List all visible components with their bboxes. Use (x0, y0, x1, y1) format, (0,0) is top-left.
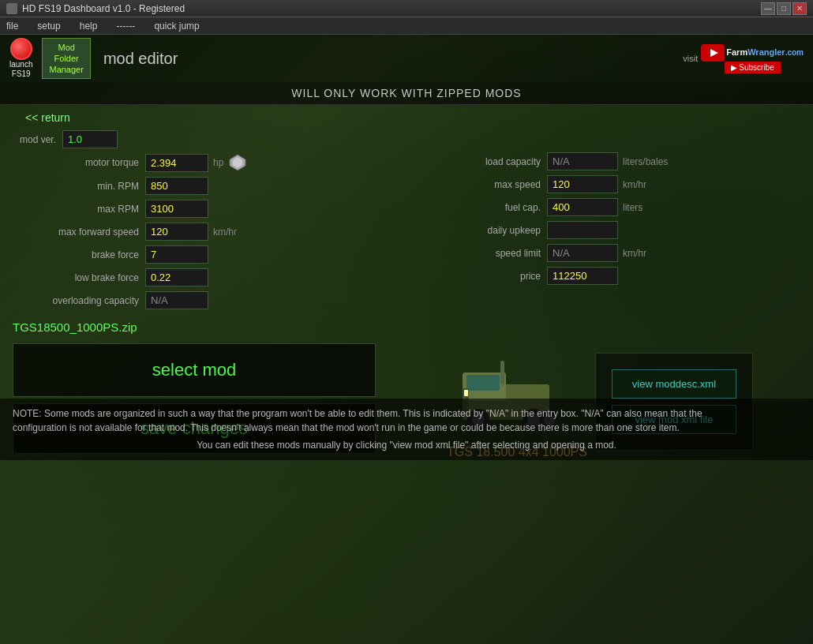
brake-force-row: brake force (13, 245, 399, 264)
view-moddesc-button[interactable]: view moddesc.xml (612, 369, 736, 399)
overloading-capacity-row: overloading capacity (13, 291, 399, 309)
max-speed-input[interactable] (547, 175, 618, 193)
load-capacity-label: load capacity (414, 156, 541, 167)
price-row: price (414, 267, 800, 285)
right-fields: load capacity liters/bales max speed km/… (399, 130, 800, 314)
header: launch FS19 Mod Folder Manager mod edito… (0, 35, 813, 82)
fuel-cap-label: fuel cap. (414, 202, 541, 213)
left-fields: mod ver. motor torque hp min. RPM (13, 130, 399, 314)
motor-torque-label: motor torque (13, 157, 139, 168)
speed-limit-unit: km/hr (623, 248, 646, 259)
note-line3: You can edit these mods manually by clic… (13, 438, 800, 452)
brake-force-label: brake force (13, 249, 139, 260)
launch-button[interactable]: launch FS19 (9, 38, 32, 79)
max-forward-speed-unit: km/hr (213, 227, 237, 238)
note-line1: NOTE: Some mods are organized in such a … (13, 406, 800, 421)
motor-torque-input[interactable] (145, 154, 208, 172)
svg-rect-6 (466, 375, 500, 391)
speed-limit-input[interactable] (547, 244, 618, 262)
return-link[interactable]: << return (13, 108, 83, 127)
mod-ver-label: mod ver. (13, 134, 56, 145)
note-section: NOTE: Some mods are organized in such a … (0, 399, 813, 460)
load-capacity-unit: liters/bales (623, 156, 668, 167)
fuel-cap-input[interactable] (547, 198, 618, 216)
overloading-capacity-input[interactable] (145, 291, 208, 309)
visit-text: visit (683, 54, 698, 63)
menu-file[interactable]: file (3, 19, 21, 33)
low-brake-force-label: low brake force (13, 272, 139, 283)
svg-rect-15 (500, 361, 504, 384)
speed-limit-label: speed limit (414, 248, 541, 259)
warning-bar: WILL ONLY WORK WITH ZIPPED MODS (0, 82, 813, 105)
menu-quickjump[interactable]: quick jump (151, 19, 202, 33)
load-capacity-input[interactable] (547, 152, 618, 170)
menu-bar: file setup help ------ quick jump (0, 17, 813, 35)
launch-icon (10, 38, 32, 60)
daily-upkeep-row: daily upkeep (414, 221, 800, 239)
app-icon (6, 3, 17, 14)
title-bar-text: HD FS19 Dashboard v1.0 - Registered (6, 3, 185, 14)
min-rpm-row: min. RPM (13, 177, 399, 195)
svg-rect-14 (464, 390, 468, 396)
youtube-icon (701, 44, 725, 62)
price-input[interactable] (547, 267, 618, 285)
torque-icon (228, 153, 247, 172)
maximize-button[interactable]: □ (777, 2, 791, 15)
filename-display: TGS18500_1000PS.zip (0, 314, 813, 337)
close-button[interactable]: ✕ (792, 2, 807, 15)
menu-help[interactable]: help (77, 19, 101, 33)
load-capacity-row: load capacity liters/bales (414, 152, 800, 170)
subscribe-button[interactable]: ▶ Subscribe (725, 62, 781, 73)
page-title: mod editor (103, 50, 683, 68)
price-label: price (414, 271, 541, 282)
select-mod-button[interactable]: select mod (13, 343, 376, 397)
overloading-capacity-label: overloading capacity (13, 295, 139, 306)
mod-ver-input[interactable] (62, 130, 118, 148)
max-speed-unit: km/hr (623, 179, 646, 190)
min-rpm-input[interactable] (145, 177, 208, 195)
mod-ver-row: mod ver. (13, 130, 399, 148)
menu-separator: ------ (113, 19, 138, 33)
min-rpm-label: min. RPM (13, 181, 139, 192)
max-forward-speed-row: max forward speed km/hr (13, 223, 399, 241)
max-rpm-label: max RPM (13, 204, 139, 215)
title-bar: HD FS19 Dashboard v1.0 - Registered — □ … (0, 0, 813, 17)
low-brake-force-row: low brake force (13, 268, 399, 286)
speed-limit-row: speed limit km/hr (414, 244, 800, 262)
daily-upkeep-label: daily upkeep (414, 225, 541, 236)
window-controls: — □ ✕ (761, 2, 807, 15)
brake-force-input[interactable] (145, 245, 208, 264)
fuel-cap-row: fuel cap. liters (414, 198, 800, 216)
max-rpm-row: max RPM (13, 200, 399, 218)
max-rpm-input[interactable] (145, 200, 208, 218)
visit-section: visit FarmWrangler.com ▶ Subscribe (683, 44, 804, 73)
note-line2: configuration is not available for that … (13, 421, 800, 435)
motor-torque-row: motor torque hp (13, 153, 399, 172)
minimize-button[interactable]: — (761, 2, 775, 15)
daily-upkeep-input[interactable] (547, 221, 618, 239)
fuel-cap-unit: liters (623, 202, 643, 213)
menu-setup[interactable]: setup (34, 19, 63, 33)
low-brake-force-input[interactable] (145, 268, 208, 286)
max-forward-speed-label: max forward speed (13, 227, 139, 238)
max-speed-label: max speed (414, 179, 541, 190)
app-title: HD FS19 Dashboard v1.0 - Registered (22, 3, 185, 14)
launch-label: launch FS19 (9, 60, 32, 79)
warning-text: WILL ONLY WORK WITH ZIPPED MODS (291, 87, 521, 99)
motor-torque-unit: hp (213, 157, 223, 168)
mod-folder-manager-button[interactable]: Mod Folder Manager (42, 38, 90, 80)
max-speed-row: max speed km/hr (414, 175, 800, 193)
max-forward-speed-input[interactable] (145, 223, 208, 241)
